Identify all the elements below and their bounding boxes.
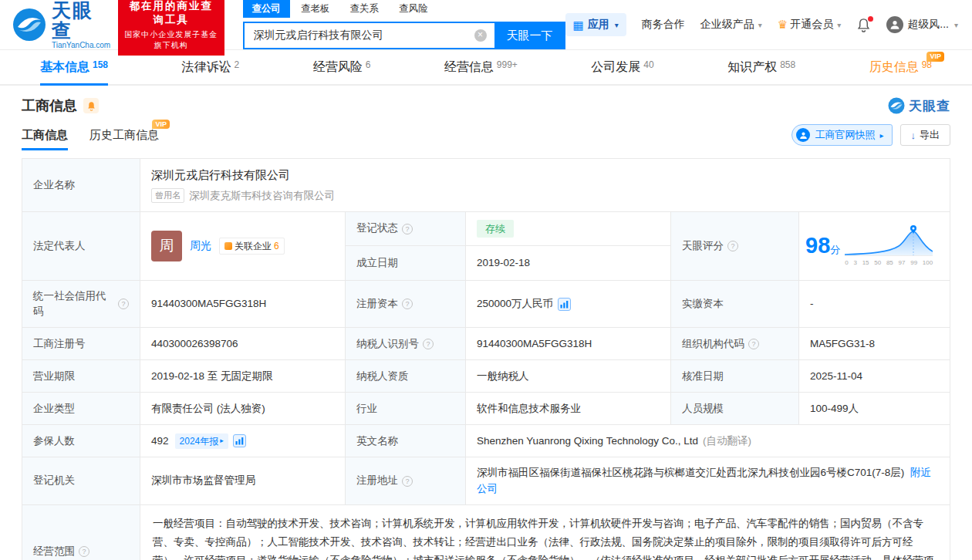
- help-icon[interactable]: ?: [727, 241, 738, 251]
- field-value-company-name: 深圳元戎启行科技有限公司 曾用名 深圳麦克斯韦科技咨询有限公司: [140, 159, 950, 211]
- field-value-org-code: MA5FGG31-8: [799, 328, 950, 359]
- score-axis-ticks: 03 1550 8597 99100: [845, 258, 933, 268]
- field-value-reg-number: 440300026398706: [140, 328, 345, 359]
- content-area: 工商信息 天眼查 工商信息 历史工商信息 VIP 工商官网快照: [0, 96, 972, 560]
- field-value-business-scope: 一般经营项目：自动驾驶的技术开发、技术咨询；计算机系统开发，计算机应用软件开发，…: [140, 505, 950, 560]
- score-value: 98分: [805, 229, 840, 263]
- menu-membership[interactable]: ♛ 开通会员 ▾: [778, 18, 841, 32]
- help-icon[interactable]: ?: [402, 224, 413, 234]
- field-value-industry: 软件和信息技术服务业: [466, 393, 670, 424]
- search-input[interactable]: [243, 22, 494, 49]
- subscribe-bell-icon[interactable]: [83, 98, 99, 113]
- field-label-legal-rep: 法定代表人: [22, 212, 140, 280]
- field-label-reg-address: 注册地址 ?: [346, 457, 465, 504]
- company-name[interactable]: 深圳元戎启行科技有限公司: [151, 167, 290, 184]
- field-value-approval-date: 2025-11-04: [799, 360, 950, 392]
- status-badge: 存续: [477, 220, 514, 238]
- user-avatar-icon: [886, 16, 903, 33]
- field-label-taxpayer-quality: 纳税人资质: [346, 360, 465, 392]
- help-icon[interactable]: ?: [402, 299, 413, 309]
- apps-label: 应用: [588, 18, 609, 32]
- field-label-score: 天眼评分 ?: [671, 212, 798, 280]
- field-value-taxpayer-quality: 一般纳税人: [466, 360, 670, 392]
- tianyancha-logo[interactable]: 天眼查 TianYanCha.com: [12, 0, 110, 50]
- field-label-credit-code: 统一社会信用代码 ?: [22, 281, 140, 328]
- help-icon[interactable]: ?: [118, 299, 129, 309]
- field-value-legal-rep: 周 周光 关联企业 6: [140, 212, 345, 280]
- field-value-business-term: 2019-02-18 至 无固定期限: [140, 360, 345, 392]
- help-icon[interactable]: ?: [748, 339, 759, 349]
- promo-line1: 都在用的商业查询工具: [124, 0, 218, 27]
- search-tab-boss[interactable]: 查老板: [292, 0, 339, 18]
- tianyancha-logo-icon: [12, 8, 46, 42]
- section-title: 工商信息: [22, 96, 77, 115]
- brand-domain: TianYanCha.com: [52, 42, 110, 50]
- vip-badge: VIP: [926, 52, 944, 62]
- annual-report-tag[interactable]: 2024年报 ▸: [175, 433, 228, 449]
- field-value-credit-code: 91440300MA5FGG318H: [140, 281, 345, 328]
- user-menu[interactable]: 超级风... ▾: [886, 16, 958, 33]
- tab-company-development[interactable]: 公司发展40: [591, 50, 653, 84]
- legal-rep-avatar[interactable]: 周: [151, 231, 182, 261]
- score-cell[interactable]: 98分 03 1550 8597 99100: [799, 212, 950, 280]
- export-button[interactable]: ↓ 导出: [900, 124, 951, 146]
- tab-operating-info[interactable]: 经营信息999+: [444, 50, 518, 84]
- top-header: 天眼查 TianYanCha.com 都在用的商业查询工具 国家中小企业发展子基…: [0, 0, 972, 49]
- search-tab-risk[interactable]: 查风险: [390, 0, 437, 18]
- field-value-english-name: Shenzhen Yuanrong Qixing Technology Co.,…: [466, 425, 950, 457]
- capital-trend-icon[interactable]: [558, 298, 571, 311]
- field-label-english-name: 英文名称: [346, 425, 465, 457]
- search-area: 查公司 查老板 查关系 查风险 × 天眼一下: [243, 0, 565, 49]
- search-tab-relation[interactable]: 查关系: [341, 0, 389, 18]
- promo-badge: 都在用的商业查询工具 国家中小企业发展子基金旗下机构: [118, 0, 224, 56]
- field-value-paid-capital: -: [799, 281, 950, 328]
- main-nav-tabs: 基本信息158 法律诉讼2 经营风险6 经营信息999+ 公司发展40 知识产权…: [0, 50, 972, 86]
- vip-badge: VIP: [152, 120, 170, 129]
- field-label-approval-date: 核准日期: [671, 360, 798, 392]
- menu-enterprise[interactable]: 企业级产品 ▾: [700, 18, 762, 32]
- help-icon[interactable]: ?: [402, 476, 413, 487]
- former-name: 深圳麦克斯韦科技咨询有限公司: [189, 188, 335, 204]
- insured-trend-icon[interactable]: [233, 434, 246, 447]
- search-button[interactable]: 天眼一下: [494, 22, 565, 49]
- tianyancha-watermark-logo: 天眼查: [888, 97, 950, 115]
- official-snapshot-button[interactable]: 工商官网快照 ▸: [791, 124, 892, 146]
- search-tab-company[interactable]: 查公司: [243, 0, 291, 18]
- field-label-establish-date: 成立日期: [346, 246, 465, 280]
- notification-dot: [868, 16, 873, 22]
- help-icon[interactable]: ?: [423, 339, 434, 349]
- enterprise-label: 企业级产品: [700, 18, 754, 32]
- field-value-reg-authority: 深圳市市场监督管理局: [140, 457, 345, 504]
- apps-menu[interactable]: ▦ 应用 ▾: [565, 13, 626, 36]
- field-value-reg-capital: 250000万人民币: [466, 281, 670, 328]
- field-label-org-code: 组织机构代码 ?: [671, 328, 798, 359]
- subtab-history-business-info[interactable]: 历史工商信息 VIP: [89, 128, 159, 150]
- arrow-right-icon: ▸: [879, 131, 883, 140]
- menu-cooperation[interactable]: 商务合作: [642, 18, 685, 32]
- related-companies-tag[interactable]: 关联企业 6: [219, 238, 285, 255]
- tab-basic-info[interactable]: 基本信息158: [40, 50, 108, 84]
- notification-bell-icon[interactable]: [856, 18, 871, 32]
- field-value-staff-size: 100-499人: [799, 393, 950, 424]
- status-date-subgrid: 登记状态 ? 存续 成立日期 2019-02-18: [346, 212, 670, 280]
- arrow-right-icon: ▸: [220, 436, 224, 447]
- field-label-business-term: 营业期限: [22, 360, 140, 392]
- promo-line2: 国家中小企业发展子基金旗下机构: [124, 29, 218, 51]
- tab-operating-risk[interactable]: 经营风险6: [313, 50, 371, 84]
- tab-intellectual-property[interactable]: 知识产权858: [727, 50, 795, 84]
- legal-rep-name-link[interactable]: 周光: [190, 238, 211, 254]
- help-icon[interactable]: ?: [79, 546, 89, 557]
- field-label-insured-count: 参保人数: [22, 425, 140, 457]
- cooperation-label: 商务合作: [642, 18, 685, 32]
- clear-search-icon[interactable]: ×: [474, 29, 487, 42]
- field-value-taxpayer-id: 91440300MA5FGG318H: [466, 328, 670, 359]
- chevron-down-icon: ▾: [954, 21, 958, 29]
- tab-legal-proceedings[interactable]: 法律诉讼2: [182, 50, 240, 84]
- subtab-business-info[interactable]: 工商信息: [22, 128, 68, 150]
- tab-history-info[interactable]: VIP 历史信息98: [869, 50, 932, 84]
- former-name-tag: 曾用名: [151, 188, 184, 203]
- watermark-brand-name: 天眼查: [909, 97, 950, 115]
- brand-name: 天眼查: [52, 0, 110, 40]
- field-label-industry: 行业: [346, 393, 465, 424]
- person-icon: [796, 128, 810, 142]
